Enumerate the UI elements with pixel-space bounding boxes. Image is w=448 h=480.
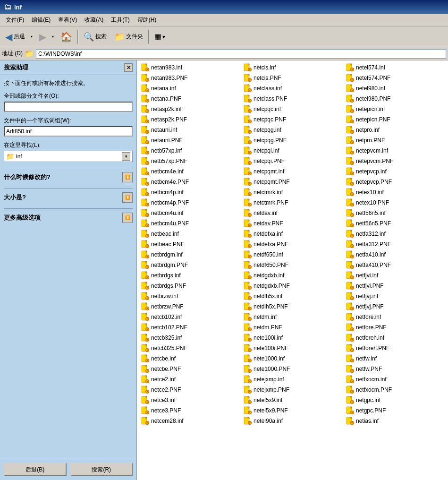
list-item[interactable]: netepvcm.PNF [344, 156, 446, 166]
list-item[interactable]: netcb102.PNF [139, 322, 241, 333]
menu-item-edit[interactable]: 编辑(E) [28, 15, 54, 25]
menu-item-tools[interactable]: 工具(T) [107, 15, 133, 25]
list-item[interactable]: netbrzw.PNF [139, 301, 241, 312]
forward-button[interactable]: ▶ [36, 28, 50, 45]
list-item[interactable]: netcis.PNF [241, 73, 344, 83]
list-item[interactable]: netdf650.inf [241, 249, 344, 260]
list-item[interactable]: netel980.inf [344, 83, 446, 94]
list-item[interactable]: netan983.PNF [139, 73, 241, 83]
list-item[interactable]: netex10.PNF [344, 197, 446, 208]
back-button-group[interactable]: ◀ 后退 ▾ [2, 28, 35, 45]
menu-item-favorites[interactable]: 收藏(A) [81, 15, 107, 25]
list-item[interactable]: netbcm4u.PNF [139, 218, 241, 229]
list-item[interactable]: netpro.PNF [344, 135, 446, 146]
list-item[interactable]: netbrzw.inf [139, 291, 241, 301]
list-item[interactable]: netctmrk.PNF [241, 197, 344, 208]
list-item[interactable]: netdefxa.inf [241, 229, 344, 239]
list-item[interactable]: netcpqc.inf [241, 104, 344, 114]
list-item[interactable]: netf56n5.inf [344, 208, 446, 218]
views-button[interactable]: ▦ ▾ [151, 28, 169, 45]
list-item[interactable]: netcb325.inf [139, 333, 241, 343]
list-item[interactable]: netcb102.inf [139, 312, 241, 322]
list-item[interactable]: netforeh.inf [344, 333, 446, 343]
location-dropdown-arrow[interactable]: ▾ [122, 152, 130, 161]
back-button[interactable]: ◀ 后退 [2, 28, 28, 45]
list-item[interactable]: netcbe.PNF [139, 364, 241, 374]
list-item[interactable]: netclass.inf [241, 83, 344, 94]
menu-item-help[interactable]: 帮助(H) [134, 15, 161, 25]
list-item[interactable]: netfxocm.inf [344, 374, 446, 385]
list-item[interactable]: netbcm4e.PNF [139, 177, 241, 187]
filename-input[interactable] [4, 102, 133, 112]
advanced-header[interactable]: 更多高级选项 ⏬ [4, 212, 133, 224]
menu-item-file[interactable]: 文件(F) [2, 15, 28, 25]
list-item[interactable]: netpro.inf [344, 125, 446, 135]
when-modified-header[interactable]: 什么时候修改的? ⏬ [4, 171, 133, 183]
list-item[interactable]: netdav.PNF [241, 218, 344, 229]
back-search-button[interactable]: 后退(B) [4, 463, 67, 476]
list-item[interactable]: netfa410.inf [344, 249, 446, 260]
list-item[interactable]: netbcm4e.inf [139, 166, 241, 177]
list-item[interactable]: netgpc.PNF [344, 405, 446, 416]
list-item[interactable]: netdm.inf [241, 312, 344, 322]
list-item[interactable]: netb57xp.inf [139, 146, 241, 156]
list-item[interactable]: netbcm4p.inf [139, 187, 241, 197]
refresh-button[interactable]: 🏠 [57, 28, 76, 45]
list-item[interactable]: netdlh5x.PNF [241, 301, 344, 312]
list-item[interactable]: netfore.inf [344, 312, 446, 322]
list-item[interactable]: netfw.inf [344, 353, 446, 364]
list-item[interactable]: nete1000.inf [241, 353, 344, 364]
list-item[interactable]: netasp2k.inf [139, 104, 241, 114]
list-item[interactable]: netepicn.inf [344, 104, 446, 114]
list-item[interactable]: netel90a.inf [241, 416, 344, 426]
list-item[interactable]: netbrdgm.PNF [139, 260, 241, 270]
list-item[interactable]: netb57xp.PNF [139, 156, 241, 166]
list-item[interactable]: netdm.PNF [241, 322, 344, 333]
list-item[interactable]: netdefxa.PNF [241, 239, 344, 249]
list-item[interactable]: netana.inf [139, 83, 241, 94]
list-item[interactable]: netasp2k.PNF [139, 114, 241, 125]
list-item[interactable]: netdav.inf [241, 208, 344, 218]
list-item[interactable]: netex10.inf [344, 187, 446, 197]
list-item[interactable]: netel574.PNF [344, 73, 446, 83]
list-item[interactable]: nete100i.inf [241, 333, 344, 343]
list-item[interactable]: netbrdgs.inf [139, 270, 241, 281]
list-item[interactable]: netcpqi.PNF [241, 156, 344, 166]
list-item[interactable]: netce3.PNF [139, 405, 241, 416]
list-item[interactable]: netcpqi.inf [241, 146, 344, 156]
list-item[interactable]: netel5x9.PNF [241, 405, 344, 416]
search-button[interactable]: 🔍 搜索 [80, 28, 110, 45]
list-item[interactable]: netcb325.PNF [139, 343, 241, 353]
list-item[interactable]: netfw.PNF [344, 364, 446, 374]
list-item[interactable]: netbcm4p.PNF [139, 197, 241, 208]
list-item[interactable]: netctmrk.inf [241, 187, 344, 197]
list-item[interactable]: netbrdgs.PNF [139, 281, 241, 291]
list-item[interactable]: netejxmp.inf [241, 374, 344, 385]
list-item[interactable]: netfa312.PNF [344, 239, 446, 249]
list-item[interactable]: netias.inf [344, 416, 446, 426]
keyword-input[interactable] [4, 126, 133, 137]
when-modified-toggle[interactable]: ⏬ [122, 172, 133, 182]
address-input[interactable]: C:\WINDOWS\inf [36, 49, 446, 59]
list-item[interactable]: netcpqc.PNF [241, 114, 344, 125]
list-item[interactable]: netcis.inf [241, 62, 344, 73]
size-header[interactable]: 大小是? ⏬ [4, 191, 133, 204]
list-item[interactable]: netbeac.inf [139, 229, 241, 239]
list-item[interactable]: netdlh5x.inf [241, 291, 344, 301]
list-item[interactable]: netgpc.inf [344, 395, 446, 405]
list-item[interactable]: netf56n5.PNF [344, 218, 446, 229]
list-item[interactable]: netel980.PNF [344, 94, 446, 104]
list-item[interactable]: netfjvi.inf [344, 270, 446, 281]
list-item[interactable]: netdf650.PNF [241, 260, 344, 270]
list-item[interactable]: netdgdxb.inf [241, 270, 344, 281]
list-item[interactable]: netcpqmt.PNF [241, 177, 344, 187]
menu-item-view[interactable]: 查看(V) [54, 15, 81, 25]
list-item[interactable]: netbcm4u.inf [139, 208, 241, 218]
list-item[interactable]: netce2.inf [139, 374, 241, 385]
list-item[interactable]: netbrdgm.inf [139, 249, 241, 260]
list-item[interactable]: netel5x9.inf [241, 395, 344, 405]
list-item[interactable]: netfjvj.inf [344, 291, 446, 301]
advanced-toggle[interactable]: ⏬ [122, 213, 133, 223]
back-dropdown[interactable]: ▾ [28, 28, 35, 45]
list-item[interactable]: netfore.PNF [344, 322, 446, 333]
